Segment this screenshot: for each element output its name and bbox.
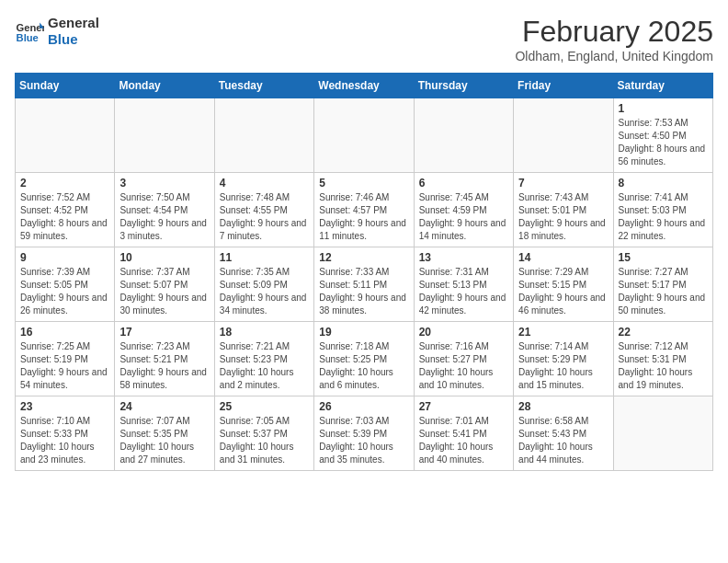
- day-number: 22: [619, 326, 708, 339]
- day-info: Sunrise: 7:41 AM Sunset: 5:03 PM Dayligh…: [619, 191, 708, 243]
- day-number: 9: [20, 251, 109, 264]
- day-number: 2: [20, 177, 109, 190]
- day-info: Sunrise: 7:03 AM Sunset: 5:39 PM Dayligh…: [319, 415, 408, 466]
- day-info: Sunrise: 7:48 AM Sunset: 4:55 PM Dayligh…: [220, 191, 309, 243]
- calendar-cell: 3Sunrise: 7:50 AM Sunset: 4:54 PM Daylig…: [115, 173, 214, 247]
- day-info: Sunrise: 7:18 AM Sunset: 5:25 PM Dayligh…: [319, 340, 408, 392]
- calendar-cell: 14Sunrise: 7:29 AM Sunset: 5:15 PM Dayli…: [514, 247, 613, 322]
- day-number: 14: [518, 251, 608, 264]
- weekday-header-friday: Friday: [514, 74, 613, 98]
- month-title: February 2025: [515, 15, 713, 49]
- day-info: Sunrise: 7:14 AM Sunset: 5:29 PM Dayligh…: [518, 340, 608, 392]
- day-number: 6: [419, 177, 508, 190]
- day-number: 27: [419, 400, 508, 413]
- calendar-cell: 26Sunrise: 7:03 AM Sunset: 5:39 PM Dayli…: [314, 396, 414, 471]
- day-number: 15: [619, 251, 708, 264]
- weekday-header-row: SundayMondayTuesdayWednesdayThursdayFrid…: [16, 74, 713, 98]
- day-info: Sunrise: 7:12 AM Sunset: 5:31 PM Dayligh…: [619, 340, 708, 392]
- day-number: 20: [419, 326, 508, 339]
- day-info: Sunrise: 7:27 AM Sunset: 5:17 PM Dayligh…: [619, 266, 708, 317]
- weekday-header-wednesday: Wednesday: [314, 74, 414, 98]
- day-info: Sunrise: 7:50 AM Sunset: 4:54 PM Dayligh…: [119, 191, 209, 243]
- calendar-cell: 28Sunrise: 6:58 AM Sunset: 5:43 PM Dayli…: [514, 396, 613, 471]
- calendar-cell: 21Sunrise: 7:14 AM Sunset: 5:29 PM Dayli…: [514, 322, 613, 396]
- calendar-cell: 25Sunrise: 7:05 AM Sunset: 5:37 PM Dayli…: [214, 396, 313, 471]
- weekday-header-thursday: Thursday: [414, 74, 513, 98]
- day-info: Sunrise: 7:31 AM Sunset: 5:13 PM Dayligh…: [419, 266, 508, 317]
- day-number: 4: [220, 177, 309, 190]
- day-info: Sunrise: 7:29 AM Sunset: 5:15 PM Dayligh…: [518, 266, 608, 317]
- day-number: 8: [619, 177, 708, 190]
- calendar-cell: [613, 396, 712, 471]
- day-info: Sunrise: 7:21 AM Sunset: 5:23 PM Dayligh…: [220, 340, 309, 392]
- day-number: 23: [20, 400, 109, 413]
- calendar-cell: 22Sunrise: 7:12 AM Sunset: 5:31 PM Dayli…: [613, 322, 712, 396]
- calendar-cell: [314, 98, 414, 173]
- week-row-4: 23Sunrise: 7:10 AM Sunset: 5:33 PM Dayli…: [16, 396, 713, 471]
- calendar-cell: 9Sunrise: 7:39 AM Sunset: 5:05 PM Daylig…: [16, 247, 115, 322]
- calendar-cell: 15Sunrise: 7:27 AM Sunset: 5:17 PM Dayli…: [613, 247, 712, 322]
- calendar-cell: 7Sunrise: 7:43 AM Sunset: 5:01 PM Daylig…: [514, 173, 613, 247]
- calendar-cell: 2Sunrise: 7:52 AM Sunset: 4:52 PM Daylig…: [16, 173, 115, 247]
- calendar-cell: 11Sunrise: 7:35 AM Sunset: 5:09 PM Dayli…: [214, 247, 313, 322]
- day-info: Sunrise: 7:10 AM Sunset: 5:33 PM Dayligh…: [20, 415, 109, 466]
- day-info: Sunrise: 7:23 AM Sunset: 5:21 PM Dayligh…: [119, 340, 209, 392]
- day-number: 3: [119, 177, 209, 190]
- calendar-cell: [514, 98, 613, 173]
- week-row-0: 1Sunrise: 7:53 AM Sunset: 4:50 PM Daylig…: [16, 98, 713, 173]
- calendar-cell: 19Sunrise: 7:18 AM Sunset: 5:25 PM Dayli…: [314, 322, 414, 396]
- week-row-3: 16Sunrise: 7:25 AM Sunset: 5:19 PM Dayli…: [16, 322, 713, 396]
- calendar-cell: 20Sunrise: 7:16 AM Sunset: 5:27 PM Dayli…: [414, 322, 513, 396]
- calendar-cell: 16Sunrise: 7:25 AM Sunset: 5:19 PM Dayli…: [16, 322, 115, 396]
- day-number: 13: [419, 251, 508, 264]
- day-number: 19: [319, 326, 408, 339]
- week-row-2: 9Sunrise: 7:39 AM Sunset: 5:05 PM Daylig…: [16, 247, 713, 322]
- calendar: SundayMondayTuesdayWednesdayThursdayFrid…: [15, 73, 713, 471]
- weekday-header-sunday: Sunday: [16, 74, 115, 98]
- weekday-header-tuesday: Tuesday: [214, 74, 313, 98]
- page-header: General Blue General Blue February 2025 …: [15, 15, 713, 63]
- day-number: 25: [220, 400, 309, 413]
- day-info: Sunrise: 7:43 AM Sunset: 5:01 PM Dayligh…: [518, 191, 608, 243]
- day-info: Sunrise: 7:01 AM Sunset: 5:41 PM Dayligh…: [419, 415, 508, 466]
- day-number: 16: [20, 326, 109, 339]
- svg-text:Blue: Blue: [17, 32, 39, 43]
- day-info: Sunrise: 6:58 AM Sunset: 5:43 PM Dayligh…: [518, 415, 608, 466]
- title-block: February 2025 Oldham, England, United Ki…: [515, 15, 713, 63]
- day-number: 12: [319, 251, 408, 264]
- day-info: Sunrise: 7:35 AM Sunset: 5:09 PM Dayligh…: [220, 266, 309, 317]
- calendar-cell: [214, 98, 313, 173]
- day-number: 21: [518, 326, 608, 339]
- day-number: 24: [119, 400, 209, 413]
- calendar-cell: 5Sunrise: 7:46 AM Sunset: 4:57 PM Daylig…: [314, 173, 414, 247]
- calendar-cell: 10Sunrise: 7:37 AM Sunset: 5:07 PM Dayli…: [115, 247, 214, 322]
- weekday-header-monday: Monday: [115, 74, 214, 98]
- day-info: Sunrise: 7:16 AM Sunset: 5:27 PM Dayligh…: [419, 340, 508, 392]
- day-number: 18: [220, 326, 309, 339]
- day-info: Sunrise: 7:37 AM Sunset: 5:07 PM Dayligh…: [119, 266, 209, 317]
- logo: General Blue General Blue: [15, 15, 99, 48]
- week-row-1: 2Sunrise: 7:52 AM Sunset: 4:52 PM Daylig…: [16, 173, 713, 247]
- calendar-cell: [115, 98, 214, 173]
- day-number: 17: [119, 326, 209, 339]
- day-info: Sunrise: 7:46 AM Sunset: 4:57 PM Dayligh…: [319, 191, 408, 243]
- calendar-cell: 1Sunrise: 7:53 AM Sunset: 4:50 PM Daylig…: [613, 98, 712, 173]
- logo-line2: Blue: [48, 31, 99, 48]
- day-info: Sunrise: 7:05 AM Sunset: 5:37 PM Dayligh…: [220, 415, 309, 466]
- logo-icon: General Blue: [15, 17, 44, 46]
- weekday-header-saturday: Saturday: [613, 74, 712, 98]
- day-number: 7: [518, 177, 608, 190]
- day-number: 11: [220, 251, 309, 264]
- day-info: Sunrise: 7:07 AM Sunset: 5:35 PM Dayligh…: [119, 415, 209, 466]
- calendar-cell: 23Sunrise: 7:10 AM Sunset: 5:33 PM Dayli…: [16, 396, 115, 471]
- calendar-cell: 13Sunrise: 7:31 AM Sunset: 5:13 PM Dayli…: [414, 247, 513, 322]
- location: Oldham, England, United Kingdom: [515, 49, 713, 63]
- calendar-cell: 27Sunrise: 7:01 AM Sunset: 5:41 PM Dayli…: [414, 396, 513, 471]
- calendar-cell: [16, 98, 115, 173]
- day-info: Sunrise: 7:45 AM Sunset: 4:59 PM Dayligh…: [419, 191, 508, 243]
- calendar-cell: 18Sunrise: 7:21 AM Sunset: 5:23 PM Dayli…: [214, 322, 313, 396]
- calendar-cell: [414, 98, 513, 173]
- day-info: Sunrise: 7:33 AM Sunset: 5:11 PM Dayligh…: [319, 266, 408, 317]
- day-number: 10: [119, 251, 209, 264]
- calendar-cell: 12Sunrise: 7:33 AM Sunset: 5:11 PM Dayli…: [314, 247, 414, 322]
